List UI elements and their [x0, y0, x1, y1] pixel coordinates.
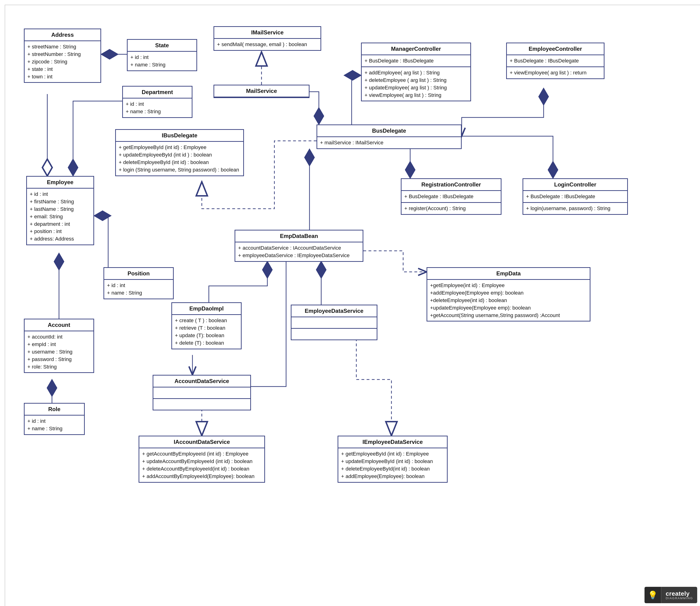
class-attributes: + accountDataService : IAccountDataServi…	[235, 242, 363, 261]
class-IAccountDataService[interactable]: IAccountDataService+ getAccountByEmploye…	[139, 436, 265, 483]
class-State[interactable]: State+ id : int+ name : String	[127, 39, 197, 71]
class-title: MailService	[214, 86, 309, 97]
class-title: IMailService	[214, 27, 320, 39]
class-title: AccountDataService	[153, 375, 250, 388]
class-attributes	[153, 388, 250, 399]
class-IEmployeeDataService[interactable]: IEmployeeDataService+ getEmployeeById (i…	[338, 436, 448, 483]
class-attributes: + getEmployeeById (int id) : Employee+ u…	[338, 448, 447, 482]
uml-diagram-canvas: 💡 creately DIAGRAMMING Address+ streetNa…	[5, 5, 700, 606]
class-operations: + login(username, password) : String	[523, 203, 627, 214]
lightbulb-icon: 💡	[645, 587, 661, 603]
class-title: Account	[25, 319, 93, 331]
class-attributes: + id : int+ name : String	[25, 416, 84, 434]
class-EmpDaoImpl[interactable]: EmpDaoImpl+ create ( T ) : boolean+ retr…	[172, 302, 242, 349]
class-title: EmployeeController	[507, 43, 604, 55]
class-IBusDelegate[interactable]: IBusDelegate+ getEmployeeById (int id) :…	[115, 129, 244, 176]
class-EmpDataBean[interactable]: EmpDataBean+ accountDataService : IAccou…	[234, 230, 363, 262]
class-BusDelegate[interactable]: BusDelegate+ mailService : IMailService	[317, 124, 462, 149]
class-title: RegistrationController	[402, 179, 501, 191]
class-Employee[interactable]: Employee+ id : int+ firstName : String+ …	[26, 176, 94, 245]
class-title: BusDelegate	[317, 125, 461, 137]
class-RegistrationController[interactable]: RegistrationController+ BusDelegate : IB…	[401, 178, 501, 215]
class-EmpData[interactable]: EmpData+getEmployee(int id) : Employee+a…	[427, 267, 590, 322]
class-EmployeeController[interactable]: EmployeeController+ BusDelegate : IBusDe…	[506, 43, 605, 79]
class-MailService[interactable]: MailService	[213, 85, 310, 98]
class-Position[interactable]: Position+ id : int+ name : String	[104, 267, 174, 299]
class-attributes: + id : int+ name : String	[128, 52, 197, 70]
class-Account[interactable]: Account+ accountId: int+ empId : int+ us…	[24, 319, 94, 373]
class-title: Position	[104, 268, 173, 280]
class-title: Employee	[27, 177, 93, 189]
class-title: IEmployeeDataService	[338, 436, 447, 448]
class-title: ManagerController	[362, 43, 470, 55]
class-title: IBusDelegate	[116, 130, 243, 142]
class-attributes: + create ( T ) : boolean+ retrieve (T : …	[172, 315, 241, 349]
class-title: Department	[123, 87, 192, 98]
class-title: EmployeeDataService	[292, 305, 377, 317]
class-operations	[153, 399, 250, 410]
class-operations	[292, 329, 377, 340]
class-attributes: + id : int+ name : String	[123, 98, 192, 117]
class-title: EmpDaoImpl	[172, 303, 241, 315]
class-title: EmpData	[427, 268, 590, 280]
class-attributes: + id : int+ name : String	[104, 280, 173, 299]
class-attributes: + sendMail( message, email ) : boolean	[214, 39, 320, 50]
class-attributes: + BusDelegate : IBusDelegate	[362, 55, 470, 67]
logo-tagline: DIAGRAMMING	[665, 597, 693, 600]
class-title: State	[128, 40, 197, 52]
class-Address[interactable]: Address+ streetName : String+ streetNumb…	[24, 28, 101, 83]
class-title: Address	[25, 29, 100, 41]
class-title: EmpDataBean	[235, 231, 363, 242]
class-Department[interactable]: Department+ id : int+ name : String	[122, 86, 193, 118]
class-title: Role	[25, 404, 84, 416]
class-attributes	[292, 317, 377, 329]
class-title: IAccountDataService	[139, 436, 264, 448]
class-IMailService[interactable]: IMailService+ sendMail( message, email )…	[213, 26, 321, 51]
creately-logo: 💡 creately DIAGRAMMING	[645, 587, 697, 603]
class-operations: + addEmployee( arg list ) : String+ dele…	[362, 67, 470, 101]
class-attributes: +getEmployee(int id) : Employee+addEmplo…	[427, 280, 590, 321]
class-attributes: + getEmployeeById (int id) : Employee+ u…	[116, 142, 243, 176]
class-attributes: + BusDelegate : IBusDelegate	[402, 191, 501, 203]
class-attributes: + streetName : String+ streetNumber : St…	[25, 41, 100, 82]
class-operations: + viewEmployee( arg list ) : return	[507, 67, 604, 78]
class-AccountDataService[interactable]: AccountDataService	[153, 375, 251, 411]
class-Role[interactable]: Role+ id : int+ name : String	[24, 403, 85, 435]
class-attributes: + id : int+ firstName : String+ lastName…	[27, 189, 93, 244]
class-attributes: + mailService : IMailService	[317, 137, 461, 148]
class-title: LoginController	[523, 179, 627, 191]
class-attributes: + BusDelegate : IBusDelegate	[507, 55, 604, 67]
logo-brand: creately	[665, 590, 693, 597]
class-attributes: + BusDelegate : IBusDelegate	[523, 191, 627, 203]
class-operations: + register(Account) : String	[402, 203, 501, 214]
class-EmployeeDataService[interactable]: EmployeeDataService	[291, 305, 377, 340]
class-ManagerController[interactable]: ManagerController+ BusDelegate : IBusDel…	[361, 43, 471, 101]
class-attributes: + getAccountByEmployeeId (int id) : Empl…	[139, 448, 264, 482]
class-LoginController[interactable]: LoginController+ BusDelegate : IBusDeleg…	[522, 178, 628, 215]
class-attributes: + accountId: int+ empId : int+ username …	[25, 331, 93, 372]
